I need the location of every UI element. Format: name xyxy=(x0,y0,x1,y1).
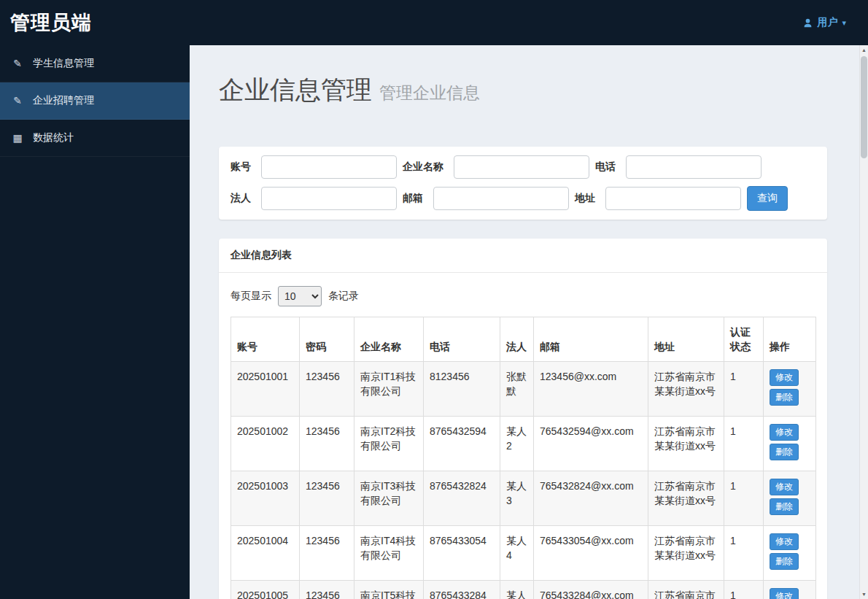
sidebar-item-enterprise[interactable]: ✎企业招聘管理 xyxy=(0,82,190,120)
column-header: 密码 xyxy=(300,317,354,362)
per-page-control: 每页显示 10 条记录 xyxy=(230,286,815,306)
delete-button[interactable]: 删除 xyxy=(770,444,799,460)
field-label: 邮箱 xyxy=(403,192,423,205)
cell-status: 1 xyxy=(724,471,764,526)
table-row: 202501005123456南京IT5科技有限公司8765433284某人57… xyxy=(231,581,816,599)
cell-account: 202501001 xyxy=(231,362,300,417)
search-field-company-name: 企业名称 xyxy=(403,155,589,179)
sidebar: 管理员端 ✎学生信息管理✎企业招聘管理▦数据统计 xyxy=(0,0,190,599)
company-name-input[interactable] xyxy=(454,155,589,179)
search-field-account: 账号 xyxy=(230,155,397,179)
sidebar-item-students[interactable]: ✎学生信息管理 xyxy=(0,45,190,82)
table-row: 202501003123456南京IT3科技有限公司8765432824某人37… xyxy=(231,471,816,526)
cell-actions: 修改删除 xyxy=(764,581,816,599)
field-label: 电话 xyxy=(595,161,616,174)
column-header: 邮箱 xyxy=(534,317,648,362)
cell-account: 202501003 xyxy=(231,471,300,526)
column-header: 认证状态 xyxy=(724,317,764,362)
grid-icon: ▦ xyxy=(12,132,23,144)
cell-account: 202501005 xyxy=(231,581,300,599)
scroll-down-icon[interactable]: ▼ xyxy=(860,590,868,599)
cell-phone: 8765432594 xyxy=(424,417,500,471)
user-label: 用户 xyxy=(817,16,837,29)
column-header: 电话 xyxy=(424,317,500,362)
user-icon xyxy=(803,18,813,28)
legal-person-input[interactable] xyxy=(261,187,397,210)
email-input[interactable] xyxy=(433,187,569,210)
cell-company: 南京IT4科技有限公司 xyxy=(354,526,424,581)
cell-status: 1 xyxy=(724,417,764,471)
field-label: 法人 xyxy=(230,192,251,205)
cell-account: 202501002 xyxy=(231,417,300,471)
edit-square-icon: ✎ xyxy=(12,95,23,107)
page-title: 企业信息管理 xyxy=(219,75,372,104)
search-field-address: 地址 xyxy=(575,187,741,210)
cell-legal: 某人4 xyxy=(500,526,534,581)
column-header: 法人 xyxy=(500,317,534,362)
app-root: 管理员端 ✎学生信息管理✎企业招聘管理▦数据统计 用户 ▾ 企业信息管理管理企业… xyxy=(0,0,868,599)
edit-button[interactable]: 修改 xyxy=(770,533,799,550)
field-label: 企业名称 xyxy=(403,161,443,174)
delete-button[interactable]: 删除 xyxy=(770,498,799,515)
page-subtitle: 管理企业信息 xyxy=(379,83,480,102)
list-card: 企业信息列表 每页显示 10 条记录 账号密码企业名称电话法人邮箱地址认证状态操… xyxy=(219,239,827,599)
vertical-scrollbar[interactable]: ▲ ▼ xyxy=(859,45,868,599)
per-page-select[interactable]: 10 xyxy=(278,286,322,306)
cell-phone: 8765432824 xyxy=(424,471,500,526)
app-title: 管理员端 xyxy=(0,0,190,45)
cell-company: 南京IT5科技有限公司 xyxy=(354,581,424,599)
cell-password: 123456 xyxy=(300,471,354,526)
table-row: 202501001123456南京IT1科技有限公司8123456张默默1234… xyxy=(231,362,816,417)
account-input[interactable] xyxy=(261,155,397,179)
cell-email: 765433054@xx.com xyxy=(534,526,648,581)
cell-legal: 某人5 xyxy=(500,581,534,599)
delete-button[interactable]: 删除 xyxy=(770,389,799,406)
scroll-up-icon[interactable]: ▲ xyxy=(860,45,868,55)
list-card-title: 企业信息列表 xyxy=(219,239,827,273)
cell-actions: 修改删除 xyxy=(764,362,816,417)
scrollbar-thumb[interactable] xyxy=(861,56,867,158)
edit-button[interactable]: 修改 xyxy=(770,369,799,386)
search-card: 账号企业名称电话法人邮箱地址查询 xyxy=(219,147,827,220)
field-label: 账号 xyxy=(230,161,251,174)
address-input[interactable] xyxy=(605,187,741,210)
column-header: 地址 xyxy=(648,317,724,362)
search-field-legal-person: 法人 xyxy=(230,187,397,210)
column-header: 账号 xyxy=(231,317,300,362)
search-field-phone: 电话 xyxy=(595,155,762,179)
sidebar-item-label: 企业招聘管理 xyxy=(33,94,94,107)
cell-phone: 8765433284 xyxy=(424,581,500,599)
cell-address: 江苏省南京市某某街道xx号 xyxy=(648,526,724,581)
cell-address: 江苏省南京市某某街道xx号 xyxy=(648,581,724,599)
main-content: 企业信息管理管理企业信息 账号企业名称电话法人邮箱地址查询 企业信息列表 每页显… xyxy=(190,45,859,599)
cell-password: 123456 xyxy=(300,581,354,599)
cell-email: 765432824@xx.com xyxy=(534,471,648,526)
cell-password: 123456 xyxy=(300,362,354,417)
cell-phone: 8123456 xyxy=(424,362,500,417)
cell-actions: 修改删除 xyxy=(764,526,816,581)
user-menu[interactable]: 用户 ▾ xyxy=(803,16,846,29)
edit-button[interactable]: 修改 xyxy=(770,479,799,495)
per-page-prefix: 每页显示 xyxy=(230,290,271,303)
cell-company: 南京IT1科技有限公司 xyxy=(354,362,424,417)
delete-button[interactable]: 删除 xyxy=(770,553,799,570)
cell-status: 1 xyxy=(724,526,764,581)
cell-address: 江苏省南京市某某街道xx号 xyxy=(648,417,724,471)
caret-down-icon: ▾ xyxy=(842,18,846,28)
edit-square-icon: ✎ xyxy=(12,58,23,69)
cell-legal: 张默默 xyxy=(500,362,534,417)
edit-button[interactable]: 修改 xyxy=(770,424,799,441)
search-field-email: 邮箱 xyxy=(403,187,569,210)
field-label: 地址 xyxy=(575,192,595,205)
cell-email: 123456@xx.com xyxy=(534,362,648,417)
cell-company: 南京IT2科技有限公司 xyxy=(354,417,424,471)
edit-button[interactable]: 修改 xyxy=(770,588,799,599)
cell-account: 202501004 xyxy=(231,526,300,581)
search-form: 账号企业名称电话法人邮箱地址查询 xyxy=(230,155,815,211)
phone-input[interactable] xyxy=(626,155,762,179)
cell-actions: 修改删除 xyxy=(764,417,816,471)
cell-password: 123456 xyxy=(300,526,354,581)
search-submit-button[interactable]: 查询 xyxy=(747,186,788,211)
cell-phone: 8765433054 xyxy=(424,526,500,581)
sidebar-item-statistics[interactable]: ▦数据统计 xyxy=(0,120,190,157)
